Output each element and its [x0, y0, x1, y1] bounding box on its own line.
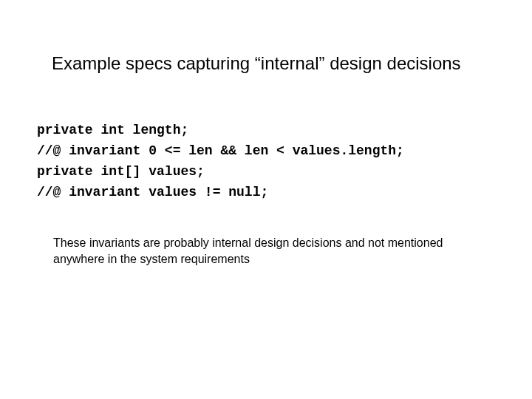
- code-block: private int length; //@ invariant 0 <= l…: [37, 120, 502, 203]
- slide: Example specs capturing “internal” desig…: [0, 0, 532, 399]
- slide-title: Example specs capturing “internal” desig…: [52, 53, 502, 75]
- body-paragraph: These invariants are probably internal d…: [53, 235, 485, 267]
